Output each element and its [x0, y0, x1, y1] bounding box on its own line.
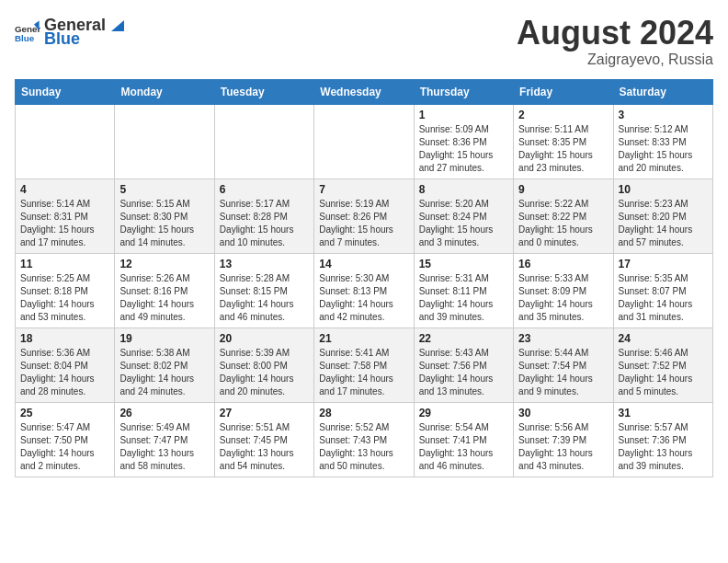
- day-info: Sunrise: 5:30 AMSunset: 8:13 PMDaylight:…: [319, 272, 408, 324]
- day-number: 5: [119, 183, 209, 196]
- day-info: Sunrise: 5:36 AMSunset: 8:04 PMDaylight:…: [20, 347, 109, 398]
- day-info: Sunrise: 5:25 AMSunset: 8:18 PMDaylight:…: [20, 272, 109, 324]
- day-number: 12: [119, 258, 209, 270]
- day-number: 15: [419, 258, 508, 270]
- day-info: Sunrise: 5:12 AMSunset: 8:33 PMDaylight:…: [619, 123, 708, 175]
- day-number: 22: [419, 332, 508, 345]
- day-number: 24: [619, 332, 708, 345]
- col-header-monday: Monday: [115, 79, 214, 104]
- title-block: August 2024 Zaigrayevo, Russia: [517, 15, 713, 68]
- day-cell: 14Sunrise: 5:30 AMSunset: 8:13 PMDayligh…: [314, 253, 414, 327]
- day-info: Sunrise: 5:57 AMSunset: 7:36 PMDaylight:…: [619, 421, 708, 473]
- day-info: Sunrise: 5:17 AMSunset: 8:28 PMDaylight:…: [220, 198, 309, 249]
- day-number: 16: [518, 258, 608, 270]
- day-info: Sunrise: 5:39 AMSunset: 8:00 PMDaylight:…: [220, 347, 309, 398]
- day-number: 19: [119, 332, 209, 345]
- day-info: Sunrise: 5:26 AMSunset: 8:16 PMDaylight:…: [119, 272, 209, 324]
- day-number: 8: [419, 183, 508, 196]
- day-info: Sunrise: 5:28 AMSunset: 8:15 PMDaylight:…: [220, 272, 309, 324]
- day-info: Sunrise: 5:38 AMSunset: 8:02 PMDaylight:…: [119, 347, 209, 398]
- day-number: 14: [319, 258, 408, 270]
- day-cell: 23Sunrise: 5:44 AMSunset: 7:54 PMDayligh…: [514, 327, 613, 402]
- day-cell: 25Sunrise: 5:47 AMSunset: 7:50 PMDayligh…: [16, 402, 115, 477]
- day-info: Sunrise: 5:51 AMSunset: 7:45 PMDaylight:…: [220, 421, 309, 473]
- calendar-header-row: SundayMondayTuesdayWednesdayThursdayFrid…: [16, 79, 713, 104]
- day-cell: 11Sunrise: 5:25 AMSunset: 8:18 PMDayligh…: [16, 253, 115, 327]
- day-cell: 22Sunrise: 5:43 AMSunset: 7:56 PMDayligh…: [414, 327, 513, 402]
- day-cell: 12Sunrise: 5:26 AMSunset: 8:16 PMDayligh…: [115, 253, 214, 327]
- day-number: 30: [518, 407, 608, 419]
- day-cell: 19Sunrise: 5:38 AMSunset: 8:02 PMDayligh…: [115, 327, 214, 402]
- week-row-4: 18Sunrise: 5:36 AMSunset: 8:04 PMDayligh…: [16, 327, 713, 402]
- day-info: Sunrise: 5:44 AMSunset: 7:54 PMDaylight:…: [518, 347, 608, 398]
- day-number: 7: [319, 183, 408, 196]
- day-cell: 9Sunrise: 5:22 AMSunset: 8:22 PMDaylight…: [514, 178, 613, 253]
- day-info: Sunrise: 5:52 AMSunset: 7:43 PMDaylight:…: [319, 421, 408, 473]
- col-header-saturday: Saturday: [613, 79, 712, 104]
- day-cell: 7Sunrise: 5:19 AMSunset: 8:26 PMDaylight…: [314, 178, 414, 253]
- col-header-tuesday: Tuesday: [214, 79, 313, 104]
- day-info: Sunrise: 5:56 AMSunset: 7:39 PMDaylight:…: [518, 421, 608, 473]
- day-number: 9: [518, 183, 608, 196]
- day-cell: 29Sunrise: 5:54 AMSunset: 7:41 PMDayligh…: [414, 402, 513, 477]
- svg-text:Blue: Blue: [15, 32, 35, 42]
- day-cell: 1Sunrise: 5:09 AMSunset: 8:36 PMDaylight…: [414, 104, 513, 178]
- day-cell: 3Sunrise: 5:12 AMSunset: 8:33 PMDaylight…: [613, 104, 712, 178]
- day-number: 23: [518, 332, 608, 345]
- day-number: 13: [220, 258, 309, 270]
- day-number: 4: [20, 183, 109, 196]
- day-cell: 10Sunrise: 5:23 AMSunset: 8:20 PMDayligh…: [613, 178, 712, 253]
- day-cell: [214, 104, 313, 178]
- day-cell: 30Sunrise: 5:56 AMSunset: 7:39 PMDayligh…: [514, 402, 613, 477]
- svg-marker-3: [111, 20, 124, 31]
- day-cell: 18Sunrise: 5:36 AMSunset: 8:04 PMDayligh…: [16, 327, 115, 402]
- day-cell: 4Sunrise: 5:14 AMSunset: 8:31 PMDaylight…: [16, 178, 115, 253]
- logo: General Blue General Blue: [15, 15, 128, 49]
- week-row-3: 11Sunrise: 5:25 AMSunset: 8:18 PMDayligh…: [16, 253, 713, 327]
- day-info: Sunrise: 5:33 AMSunset: 8:09 PMDaylight:…: [518, 272, 608, 324]
- day-cell: 26Sunrise: 5:49 AMSunset: 7:47 PMDayligh…: [115, 402, 214, 477]
- col-header-sunday: Sunday: [16, 79, 115, 104]
- day-info: Sunrise: 5:47 AMSunset: 7:50 PMDaylight:…: [20, 421, 109, 473]
- day-number: 20: [220, 332, 309, 345]
- day-cell: [16, 104, 115, 178]
- day-info: Sunrise: 5:54 AMSunset: 7:41 PMDaylight:…: [419, 421, 508, 473]
- day-info: Sunrise: 5:31 AMSunset: 8:11 PMDaylight:…: [419, 272, 508, 324]
- day-info: Sunrise: 5:09 AMSunset: 8:36 PMDaylight:…: [419, 123, 508, 175]
- page-header: General Blue General Blue August 2024 Za…: [15, 15, 713, 68]
- calendar-table: SundayMondayTuesdayWednesdayThursdayFrid…: [15, 79, 713, 477]
- day-number: 28: [319, 407, 408, 419]
- logo-triangle-icon: [108, 15, 128, 35]
- day-cell: 2Sunrise: 5:11 AMSunset: 8:35 PMDaylight…: [514, 104, 613, 178]
- logo-icon: General Blue: [15, 19, 40, 45]
- day-number: 31: [619, 407, 708, 419]
- week-row-5: 25Sunrise: 5:47 AMSunset: 7:50 PMDayligh…: [16, 402, 713, 477]
- day-info: Sunrise: 5:49 AMSunset: 7:47 PMDaylight:…: [119, 421, 209, 473]
- day-info: Sunrise: 5:14 AMSunset: 8:31 PMDaylight:…: [20, 198, 109, 249]
- day-cell: 24Sunrise: 5:46 AMSunset: 7:52 PMDayligh…: [613, 327, 712, 402]
- day-cell: 6Sunrise: 5:17 AMSunset: 8:28 PMDaylight…: [214, 178, 313, 253]
- day-info: Sunrise: 5:41 AMSunset: 7:58 PMDaylight:…: [319, 347, 408, 398]
- day-number: 27: [220, 407, 309, 419]
- col-header-friday: Friday: [514, 79, 613, 104]
- day-info: Sunrise: 5:22 AMSunset: 8:22 PMDaylight:…: [518, 198, 608, 249]
- day-number: 6: [220, 183, 309, 196]
- day-cell: 20Sunrise: 5:39 AMSunset: 8:00 PMDayligh…: [214, 327, 313, 402]
- day-number: 18: [20, 332, 109, 345]
- day-info: Sunrise: 5:46 AMSunset: 7:52 PMDaylight:…: [619, 347, 708, 398]
- day-info: Sunrise: 5:43 AMSunset: 7:56 PMDaylight:…: [419, 347, 508, 398]
- day-cell: [115, 104, 214, 178]
- day-info: Sunrise: 5:35 AMSunset: 8:07 PMDaylight:…: [619, 272, 708, 324]
- day-number: 25: [20, 407, 109, 419]
- day-cell: 16Sunrise: 5:33 AMSunset: 8:09 PMDayligh…: [514, 253, 613, 327]
- day-info: Sunrise: 5:11 AMSunset: 8:35 PMDaylight:…: [518, 123, 608, 175]
- col-header-wednesday: Wednesday: [314, 79, 414, 104]
- day-number: 26: [119, 407, 209, 419]
- day-info: Sunrise: 5:20 AMSunset: 8:24 PMDaylight:…: [419, 198, 508, 249]
- month-year-title: August 2024: [517, 15, 713, 52]
- location-subtitle: Zaigrayevo, Russia: [517, 52, 713, 68]
- day-cell: 27Sunrise: 5:51 AMSunset: 7:45 PMDayligh…: [214, 402, 313, 477]
- day-number: 11: [20, 258, 109, 270]
- week-row-2: 4Sunrise: 5:14 AMSunset: 8:31 PMDaylight…: [16, 178, 713, 253]
- day-number: 17: [619, 258, 708, 270]
